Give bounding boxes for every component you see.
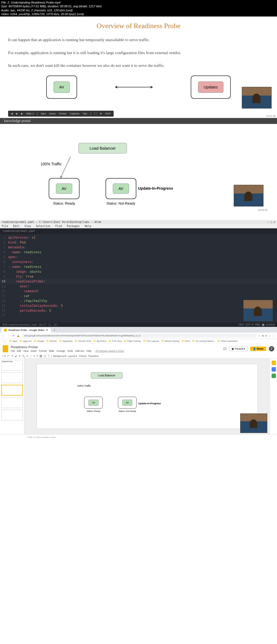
thumbnail-3[interactable] [1,385,23,396]
menu-item[interactable]: Add-ons [75,350,84,352]
bookmark-item[interactable]: 📁 Apps [9,340,17,342]
captions-button[interactable]: Captions [70,112,80,115]
bookmarks-bar[interactable]: ⋮⋮ 📁 Apps📁 digg.com📁 Google📁 Winshe📁 Veg… [0,339,277,343]
qa-button[interactable]: Q&A [41,112,46,115]
bookmark-item[interactable]: 📁 FUD Virus [108,340,122,342]
bookmark-item[interactable]: 📁 Hmm [182,340,190,342]
right-sidebar[interactable] [270,359,277,434]
toolbar-item[interactable]: Background [53,355,66,357]
slides-toolbar[interactable]: + ▾ ↶ ↷ 🖌 ▾ 🔍 ▾ ⬚ ▾ T 🖼 ◯ ╲ | Background… [0,354,277,359]
bookmark-item[interactable]: 📁 Other bookmarks [217,340,238,342]
menu-item[interactable]: Edit [17,350,21,352]
toolbar-item[interactable]: ▾ [34,355,35,357]
presentation-toolbar[interactable]: ◀ ▶ ▶ Slide 2 | Q&A Notes Pointer Captio… [8,111,114,117]
prev-icon[interactable]: ◀ [11,112,13,115]
tasks-icon[interactable] [272,374,276,378]
av-ready[interactable]: AV Status: Ready [84,397,103,412]
menu-item[interactable]: View [23,350,28,352]
menu-item[interactable]: Help [86,350,91,352]
menu-item[interactable]: Slide [49,350,54,352]
tips-button[interactable]: Tips [83,112,87,115]
toolbar-item[interactable]: Theme [79,355,86,357]
bookmark-item[interactable]: 📁 Google [34,340,44,342]
bookmark-item[interactable]: 📁 digg.com [19,340,32,342]
atom-menubar[interactable]: File Edit View Selection Find Packages H… [0,224,277,228]
pointer-button[interactable]: Pointer [59,112,67,115]
calendar-icon[interactable] [272,361,276,365]
menu-view[interactable]: View [24,225,31,228]
slide-counter[interactable]: Slide 2 [26,112,34,115]
toolbar-item[interactable]: | [51,355,51,357]
fullscreen-icon[interactable]: ⛶ [94,112,97,115]
menu-item[interactable]: Format [39,350,47,352]
toolbar-item[interactable]: ▾ [19,355,20,357]
bookmark-item[interactable]: 📁 October 2014 [75,340,91,342]
browser-addressbar[interactable]: ← → ⟳ 🔒 docs.google.com/presentation/d/1… [0,333,277,339]
notes-button[interactable]: Notes [49,112,56,115]
thumbnail-4[interactable] [1,397,23,408]
nav-buttons[interactable]: ← → ⟳ [2,334,15,337]
extension-icons[interactable]: ☆●●⬚⋮ [258,334,275,337]
keep-icon[interactable] [272,367,276,372]
browser-tabs[interactable]: Readiness Probe - Google Slides ✕ + [0,327,277,333]
settings-icon[interactable]: ⚙ [100,112,102,115]
traffic-label[interactable]: 100% Traffic [77,385,91,387]
menu-edit[interactable]: Edit [13,225,19,228]
slides-menubar[interactable]: FileEditViewInsertFormatSlideArrangeTool… [11,350,220,352]
menu-file[interactable]: File [2,225,8,228]
window-controls[interactable]: — ▢ ✕ [267,221,275,224]
bookmark-item[interactable]: 📁 The Logbook [143,340,159,342]
toolbar-item[interactable]: ↶ [7,355,9,357]
av-notready[interactable]: AV Status: Not-Ready [118,397,137,412]
menu-item[interactable]: Tools [67,350,73,352]
share-button[interactable]: 👤 Share [250,347,266,351]
close-icon[interactable]: ✕ [46,329,48,331]
toolbar-item[interactable]: ╲ [48,355,49,357]
user-avatar[interactable]: Z [269,346,274,351]
toolbar-item[interactable]: ⬚ [29,355,32,357]
thumbnail-1[interactable]: Readiness Probe [1,360,23,371]
toolbar-item[interactable]: Transition [88,355,98,357]
toolbar-item[interactable]: ↷ [11,355,13,357]
update-label[interactable]: Update-In-Progress [138,402,161,405]
thumbnail-5[interactable] [1,410,23,420]
present-button[interactable]: ▣ Present ▾ [229,346,248,351]
menu-item[interactable]: Arrange [56,350,65,352]
bookmark-item[interactable]: 📁 Winshe [46,340,57,342]
url-field[interactable]: docs.google.com/presentation/d/1HA-hKF4m… [22,334,256,338]
exit-button[interactable]: EXIT [105,112,111,115]
slides-logo-icon[interactable] [3,345,8,352]
current-slide[interactable]: Load Balancer 100% Traffic AV Status: Re… [37,364,258,429]
bookmark-item[interactable]: 📁 Flight Training [124,340,141,342]
new-tab-button[interactable]: + [51,328,57,332]
menu-item[interactable]: Insert [31,350,37,352]
load-balancer-box[interactable]: Load Balancer [91,372,123,379]
thumbnail-2[interactable] [1,372,23,383]
toolbar-item[interactable]: 🖌 [15,355,17,357]
reload-icon[interactable]: ⟳ [12,334,15,337]
browser-tab[interactable]: Readiness Probe - Google Slides ✕ [1,328,51,333]
play-icon[interactable]: ▶ [16,112,18,115]
menu-find[interactable]: Find [55,225,62,228]
code-editor[interactable]: 1apiVersion: v12kind: Pod3metadata:4 nam… [0,234,277,319]
bookmark-item[interactable]: 📁 Ethical Hacking [161,340,179,342]
toolbar-item[interactable]: 🔍 [22,355,25,357]
toolbar-item[interactable]: ◯ [44,355,46,357]
comment-icon[interactable]: 💬 [223,347,226,350]
atom-file-tab[interactable]: readinessprobe1.yaml [0,228,277,234]
bookmark-item[interactable]: 📁 Try running Networ... [192,340,215,342]
slide-thumbnails[interactable]: Readiness Probe [0,359,24,434]
toolbar-item[interactable]: T [37,355,38,357]
menu-item[interactable]: File [11,350,15,352]
toolbar-item[interactable]: ▾ [27,355,28,357]
bookmark-item[interactable]: 📁 Vegetarian [59,340,72,342]
toolbar-item[interactable]: 🖼 [39,355,42,357]
menu-help[interactable]: Help [85,225,91,228]
document-title[interactable]: Readiness Probe [11,345,220,349]
menu-packages[interactable]: Packages [67,225,80,228]
speaker-notes[interactable]: Click to add speaker notes [0,434,277,438]
lock-icon[interactable]: 🔒 [17,334,20,337]
next-icon[interactable]: ▶ [21,112,23,115]
toolbar-item[interactable]: Layout ▾ [68,355,77,357]
menu-selection[interactable]: Selection [36,225,50,228]
